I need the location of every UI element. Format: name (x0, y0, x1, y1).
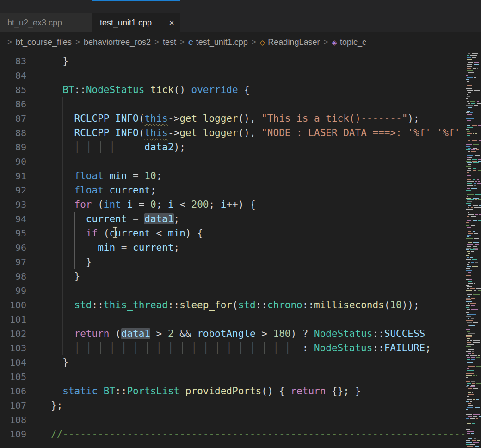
code-line[interactable]: 89 │ │ │ │ data2); (0, 140, 481, 155)
minimap-line (468, 140, 470, 141)
line-number[interactable]: 105 (0, 370, 32, 384)
line-number[interactable]: 93 (0, 198, 32, 212)
minimap-line (468, 53, 470, 54)
code-token: ; (150, 185, 156, 196)
code-line[interactable]: 94 current = data1; (0, 212, 481, 226)
code-text: float min = 10; (32, 169, 162, 183)
minimap-line (467, 59, 472, 60)
minimap-line (471, 385, 475, 386)
line-number[interactable]: 86 (0, 97, 32, 112)
code-token: sleep_for (179, 299, 232, 311)
line-number[interactable]: 101 (0, 312, 32, 327)
line-number[interactable]: 87 (0, 112, 32, 126)
line-number[interactable]: 96 (0, 241, 32, 255)
minimap-line (470, 386, 475, 387)
code-token: BT (104, 386, 115, 397)
tab-bt_u2_ex3-cpp[interactable]: bt_u2_ex3.cpp (0, 13, 92, 32)
code-line[interactable]: 93 for (int i = 0; i < 200; i++) { (0, 198, 481, 212)
minimap-line (477, 103, 481, 104)
code-line[interactable]: 84 (0, 68, 481, 83)
code-line[interactable]: 106 static BT::PortsList providedPorts()… (0, 384, 481, 398)
code-line[interactable]: 92 float current; (0, 183, 481, 198)
code-line[interactable]: 88 RCLCPP_INFO(this->get_logger(), "NODE… (0, 126, 481, 140)
minimap-line (466, 112, 469, 113)
breadcrumb-item-ReadingLaser[interactable]: ◇ReadingLaser (260, 37, 320, 47)
code-line[interactable]: 104 } (0, 355, 481, 370)
code-line[interactable]: 85 BT::NodeStatus tick() override { (0, 83, 481, 97)
minimap-line (468, 100, 474, 100)
code-token: ; (209, 199, 220, 210)
tab-test_unit1-cpp[interactable]: test_unit1.cpp× (92, 13, 180, 32)
code-token: { (238, 84, 250, 95)
editor[interactable]: 83 }8485 BT::NodeStatus tick() override … (0, 52, 481, 448)
line-number[interactable]: 107 (0, 398, 32, 413)
code-token: for (74, 199, 92, 210)
line-number[interactable]: 90 (0, 155, 32, 169)
minimap-line (468, 353, 471, 354)
line-number[interactable]: 102 (0, 327, 32, 341)
line-number[interactable]: 95 (0, 226, 32, 241)
minimap-line (467, 188, 470, 189)
code-token: this (144, 113, 168, 124)
code-line[interactable]: 96 min = current; (0, 241, 481, 255)
line-number[interactable]: 106 (0, 384, 32, 398)
code-line[interactable]: 108 (0, 413, 481, 427)
line-number[interactable]: 92 (0, 183, 32, 198)
line-number[interactable]: 108 (0, 413, 32, 427)
minimap-line (467, 357, 470, 358)
minimap-line (474, 283, 476, 284)
line-number[interactable]: 91 (0, 169, 32, 183)
minimap-line (467, 383, 471, 384)
line-number[interactable]: 98 (0, 269, 32, 284)
code-line[interactable]: 87 RCLCPP_INFO(this->get_logger(), "This… (0, 112, 481, 126)
code-line[interactable]: 95 if (current < min) { (0, 226, 481, 241)
minimap-line (468, 398, 471, 398)
breadcrumb-item-topic_c[interactable]: ◈topic_c (332, 37, 366, 47)
code-line[interactable]: 86 (0, 97, 481, 112)
code-line[interactable]: 100 std::this_thread::sleep_for(std::chr… (0, 298, 481, 312)
breadcrumb-item-test[interactable]: test (163, 37, 176, 47)
minimap-line (475, 407, 480, 408)
breadcrumb-item-bt_course_files[interactable]: bt_course_files (16, 37, 72, 47)
line-number[interactable]: 83 (0, 54, 32, 68)
line-number[interactable]: 103 (0, 341, 32, 355)
code-line[interactable]: 102 return (data1 > 2 && robotAngle > 18… (0, 327, 481, 341)
line-number[interactable]: 100 (0, 298, 32, 312)
code-line[interactable]: 101 (0, 312, 481, 327)
active-tab-accent (92, 0, 180, 1)
line-number[interactable]: 84 (0, 68, 32, 83)
line-number[interactable]: 104 (0, 355, 32, 370)
code-line[interactable]: 103 │ │ │ │ │ │ │ │ │ │ │ │ │ │ │ │ │ │ … (0, 341, 481, 355)
code-line[interactable]: 105 (0, 370, 481, 384)
minimap[interactable] (465, 52, 481, 448)
minimap-line (473, 168, 476, 169)
code-line[interactable]: 83 } (0, 54, 481, 68)
minimap-line (467, 368, 469, 369)
code-line[interactable]: 107}; (0, 398, 481, 413)
line-number[interactable]: 94 (0, 212, 32, 226)
line-number[interactable]: 109 (0, 427, 32, 442)
line-number[interactable]: 89 (0, 140, 32, 155)
line-number[interactable]: 85 (0, 83, 32, 97)
close-icon[interactable]: × (165, 18, 174, 27)
code-line[interactable]: 91 float min = 10; (0, 169, 481, 183)
line-number[interactable]: 99 (0, 284, 32, 298)
breadcrumb-item-behaviortree_ros2[interactable]: behaviortree_ros2 (84, 37, 151, 47)
minimap-line (471, 224, 473, 224)
code-token (51, 299, 74, 311)
code-line[interactable]: 98 } (0, 269, 481, 284)
code-line[interactable]: 90 (0, 155, 481, 169)
breadcrumb-item-test_unit1.cpp[interactable]: Ctest_unit1.cpp (188, 37, 248, 47)
minimap-line (479, 205, 481, 206)
minimap-line (466, 105, 473, 106)
minimap-line (466, 401, 469, 402)
code-token: :: (372, 342, 384, 354)
code-line[interactable]: 99 (0, 284, 481, 298)
code-token: ( (232, 299, 238, 311)
code-line[interactable]: 109//-----------------------------------… (0, 427, 481, 442)
line-number[interactable]: 97 (0, 255, 32, 269)
minimap-line (467, 201, 472, 202)
minimap-line (466, 335, 472, 336)
line-number[interactable]: 88 (0, 126, 32, 140)
code-line[interactable]: 97 } (0, 255, 481, 269)
